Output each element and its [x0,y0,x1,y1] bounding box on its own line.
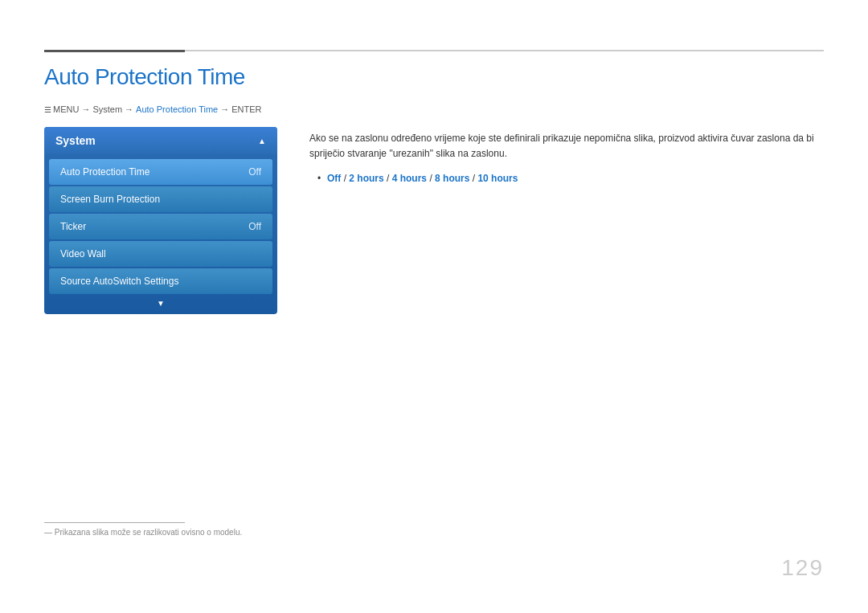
panel-item-screen-burn[interactable]: Screen Burn Protection [49,186,272,212]
options-item: Off / 2 hours / 4 hours / 8 hours / 10 h… [317,171,824,186]
panel-item-video-wall[interactable]: Video Wall [49,241,272,267]
left-column: System ▲ Auto Protection Time Off Screen… [44,127,277,314]
footnote-area: ― Prikazana slika može se razlikovati ov… [44,522,242,537]
panel-items: Auto Protection Time Off Screen Burn Pro… [44,154,277,314]
page-title: Auto Protection Time [44,64,824,90]
footnote-text: ― Prikazana slika može se razlikovati ov… [44,528,242,537]
right-column: Ako se na zaslonu određeno vrijeme koje … [309,127,824,187]
option-8h: 8 hours [435,173,469,184]
option-sep1: / [341,173,349,184]
bc-system: System [92,104,122,114]
panel-item-label: Video Wall [60,248,106,260]
panel-header: System ▲ [44,127,277,154]
description-text: Ako se na zaslonu određeno vrijeme koje … [309,131,824,161]
options-list: Off / 2 hours / 4 hours / 8 hours / 10 h… [309,171,824,186]
option-10h: 10 hours [477,173,518,184]
panel-item-label: Auto Protection Time [60,166,149,178]
menu-icon: ☰ [44,105,51,114]
bc-arrow3: → [220,104,229,114]
bc-arrow2: → [125,104,133,114]
panel-item-label: Ticker [60,221,86,232]
page-container: Auto Protection Time ☰ MENU → System → A… [0,0,868,613]
panel-down-arrow-icon: ▼ [44,296,277,309]
bc-active: Auto Protection Time [136,104,218,114]
panel-item-auto-protection[interactable]: Auto Protection Time Off [49,159,272,185]
option-sep4: / [469,173,477,184]
panel-item-value: Off [248,221,261,232]
option-4h: 4 hours [392,173,427,184]
option-sep2: / [384,173,392,184]
panel-item-label: Screen Burn Protection [60,194,160,205]
option-off: Off [327,173,341,184]
option-2h: 2 hours [349,173,383,184]
top-rule-accent [44,50,185,52]
bc-enter: ENTER [231,104,261,114]
option-sep3: / [427,173,435,184]
panel-title: System [55,134,96,147]
footnote-rule [44,522,185,523]
panel-item-value: Off [248,166,261,178]
system-panel: System ▲ Auto Protection Time Off Screen… [44,127,277,314]
breadcrumb: ☰ MENU → System → Auto Protection Time →… [44,104,824,114]
page-number: 129 [781,555,824,581]
panel-item-label: Source AutoSwitch Settings [60,276,178,287]
panel-up-arrow-icon: ▲ [258,137,266,145]
two-column-layout: System ▲ Auto Protection Time Off Screen… [44,127,824,314]
panel-item-source-autoswitch[interactable]: Source AutoSwitch Settings [49,268,272,294]
bc-menu: MENU [53,104,79,114]
bc-arrow1: → [81,104,90,114]
panel-item-ticker[interactable]: Ticker Off [49,214,272,239]
main-content: Auto Protection Time ☰ MENU → System → A… [44,64,824,314]
